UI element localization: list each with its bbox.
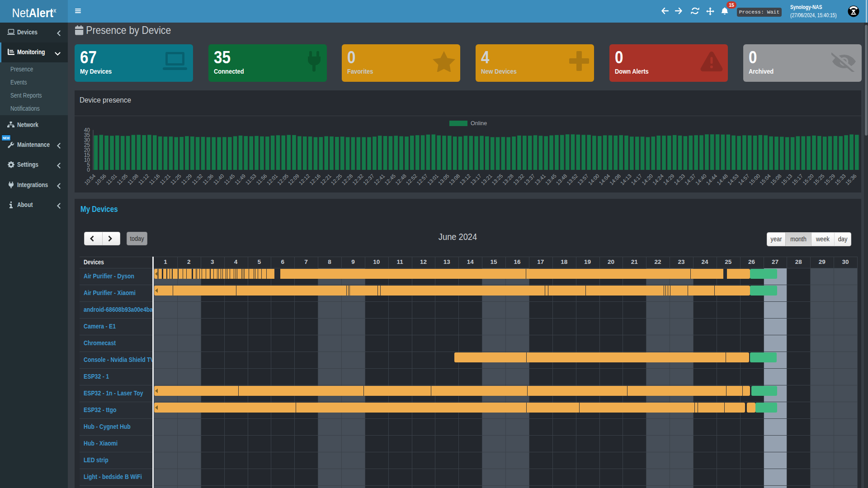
svg-text:11:49: 11:49: [234, 173, 246, 186]
svg-text:11:08: 11:08: [127, 173, 139, 186]
svg-text:12:45: 12:45: [383, 173, 396, 186]
svg-text:12:01: 12:01: [266, 173, 279, 186]
svg-text:11:05: 11:05: [116, 173, 128, 186]
svg-text:13:57: 13:57: [576, 173, 590, 186]
svg-text:15:20: 15:20: [802, 173, 815, 186]
svg-text:11:32: 11:32: [191, 173, 203, 186]
svg-text:15:04: 15:04: [759, 173, 772, 186]
svg-text:13:17: 13:17: [469, 173, 482, 186]
svg-text:14:40: 14:40: [694, 173, 708, 186]
svg-text:11:36: 11:36: [202, 173, 214, 186]
svg-text:11:21: 11:21: [159, 173, 171, 186]
svg-text:14:29: 14:29: [662, 173, 675, 186]
svg-text:11:45: 11:45: [223, 173, 236, 186]
svg-text:14:17: 14:17: [630, 173, 643, 186]
svg-text:14:48: 14:48: [716, 173, 729, 186]
svg-text:13:08: 13:08: [448, 173, 461, 186]
svg-text:11:12: 11:12: [137, 173, 150, 186]
svg-text:12:05: 12:05: [276, 173, 289, 186]
svg-text:12:25: 12:25: [330, 173, 343, 186]
svg-text:11:53: 11:53: [245, 173, 257, 186]
svg-text:15:00: 15:00: [748, 173, 761, 186]
svg-text:14:24: 14:24: [651, 173, 665, 186]
svg-text:13:41: 13:41: [533, 173, 547, 186]
svg-text:13:28: 13:28: [501, 173, 514, 186]
svg-text:14:00: 14:00: [587, 173, 600, 186]
svg-text:14:44: 14:44: [705, 173, 718, 186]
svg-text:Online: Online: [471, 120, 487, 127]
svg-text:13:05: 13:05: [437, 173, 450, 186]
svg-text:11:25: 11:25: [170, 173, 182, 186]
svg-text:14:13: 14:13: [619, 173, 632, 186]
svg-text:12:37: 12:37: [362, 173, 375, 186]
svg-text:14:04: 14:04: [598, 173, 611, 186]
svg-text:15:17: 15:17: [791, 173, 804, 186]
svg-text:13:12: 13:12: [458, 173, 472, 186]
svg-text:12:21: 12:21: [319, 173, 332, 186]
svg-text:13:25: 13:25: [491, 173, 504, 186]
svg-text:12:16: 12:16: [308, 173, 321, 186]
svg-text:12:28: 12:28: [340, 173, 354, 186]
svg-text:11:40: 11:40: [212, 173, 225, 186]
svg-text:15:29: 15:29: [823, 173, 836, 186]
svg-text:14:08: 14:08: [609, 173, 622, 186]
svg-text:12:32: 12:32: [351, 173, 364, 186]
svg-text:13:48: 13:48: [555, 173, 568, 186]
svg-text:12:48: 12:48: [394, 173, 407, 186]
svg-text:10:56: 10:56: [94, 173, 107, 186]
svg-text:13:21: 13:21: [480, 173, 493, 186]
svg-text:40: 40: [84, 127, 90, 133]
svg-text:11:16: 11:16: [148, 173, 160, 186]
svg-text:15:13: 15:13: [780, 173, 793, 186]
svg-text:12:57: 12:57: [415, 173, 429, 186]
svg-text:15:36: 15:36: [844, 173, 858, 186]
svg-text:13:32: 13:32: [512, 173, 525, 186]
svg-text:11:01: 11:01: [105, 173, 118, 186]
svg-text:12:12: 12:12: [298, 173, 311, 186]
svg-text:14:20: 14:20: [641, 173, 654, 186]
svg-text:13:52: 13:52: [566, 173, 579, 186]
svg-text:11:56: 11:56: [255, 173, 268, 186]
svg-text:15:08: 15:08: [769, 173, 783, 186]
svg-text:12:41: 12:41: [373, 173, 386, 186]
svg-text:13:45: 13:45: [544, 173, 557, 186]
svg-text:15:25: 15:25: [812, 173, 826, 186]
svg-text:14:57: 14:57: [737, 173, 750, 186]
svg-text:10:54: 10:54: [83, 173, 96, 186]
svg-text:12:52: 12:52: [405, 173, 418, 186]
svg-text:13:01: 13:01: [426, 173, 439, 186]
svg-text:11:29: 11:29: [180, 173, 193, 186]
svg-text:15:33: 15:33: [834, 173, 847, 186]
svg-text:14:33: 14:33: [673, 173, 686, 186]
svg-text:14:37: 14:37: [684, 173, 697, 186]
svg-text:13:37: 13:37: [523, 173, 536, 186]
svg-text:12:09: 12:09: [287, 173, 300, 186]
svg-text:14:53: 14:53: [726, 173, 740, 186]
